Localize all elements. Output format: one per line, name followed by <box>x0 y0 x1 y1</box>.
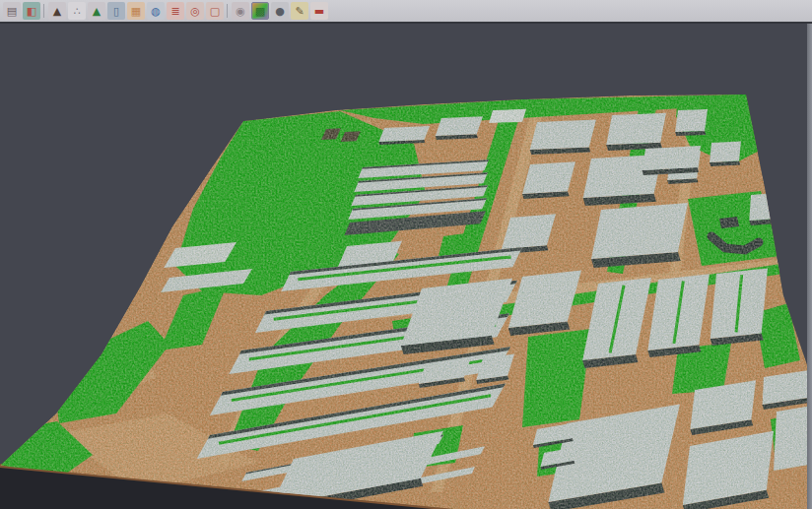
viewport-3d[interactable] <box>0 24 812 509</box>
toolbar-button-point-view[interactable]: ∴ <box>68 2 86 20</box>
toolbar-separator <box>41 2 47 20</box>
toolbar-button-ortho-view[interactable]: ▦ <box>127 2 145 20</box>
toolbar-button-sphere-tool[interactable]: ◉ <box>232 2 249 20</box>
noise-overlay-2 <box>0 24 812 509</box>
terrain-layers <box>0 24 812 509</box>
toolbar-button-terrain-color-view[interactable]: ▲ <box>88 2 105 20</box>
building-wall-shadow <box>763 159 801 164</box>
toolbar-button-flag-tool[interactable]: ▤ <box>3 2 21 20</box>
toolbar-button-exit-tool[interactable]: ▬ <box>310 2 328 20</box>
point-cloud-scene <box>0 24 812 509</box>
window-edge-strip[interactable] <box>807 24 812 509</box>
toolbar-button-settings-ring[interactable]: ◎ <box>186 2 204 20</box>
toolbar-separator <box>225 2 231 20</box>
toolbar-button-zoom-extent[interactable]: ▢ <box>206 2 224 20</box>
lidar-viewer-window: { "window": { "toolbar_bg": "#c6c6cc", "… <box>0 0 812 509</box>
toolbar-button-dual-view[interactable]: ◧ <box>23 2 40 20</box>
toolbar-button-measure-tool[interactable]: ✎ <box>291 2 308 20</box>
toolbar-button-profile-view[interactable]: ▯ <box>107 2 125 20</box>
toolbar-button-terrain-shaded-view[interactable]: ▲ <box>48 2 66 20</box>
main-toolbar: ▤◧▲∴▲▯▦◍≣◎▢◉▩●✎▬ <box>0 0 812 24</box>
toolbar-button-globe-3d-view[interactable]: ◍ <box>147 2 165 20</box>
building-roof <box>763 144 801 161</box>
toolbar-button-color-by-classification[interactable]: ▩ <box>251 2 269 20</box>
toolbar-button-render-solid[interactable]: ● <box>271 2 289 20</box>
toolbar-button-attribute-table[interactable]: ≣ <box>167 2 184 20</box>
